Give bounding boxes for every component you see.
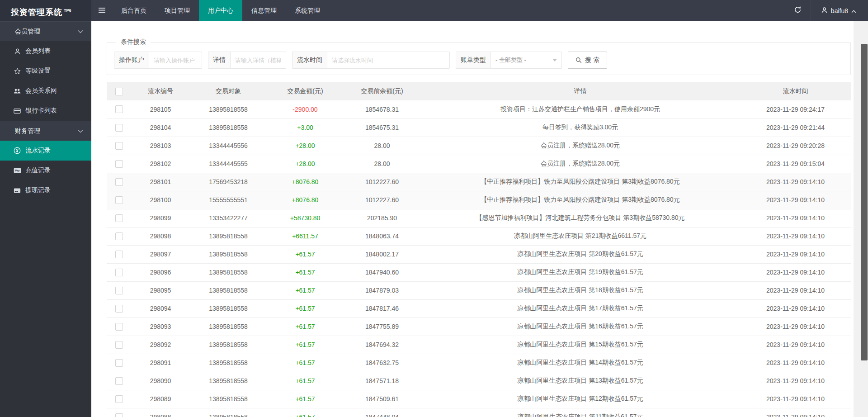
refresh-button[interactable] (785, 0, 811, 21)
cell-detail: 凉都山阿里生态农庄项目 第19期收益61.57元 (420, 263, 740, 281)
cell-time: 2023-11-29 09:14:10 (740, 336, 851, 354)
row-checkbox[interactable] (115, 196, 123, 204)
sidebar-item-withdraw-records[interactable]: 提现记录 (0, 180, 91, 200)
cell-detail: 【中正推荐福利项目】铁力至凤阳段公路建设项目 第3期收益8076.80元 (420, 191, 740, 209)
table-row: 298090 13895818558 +61.57 1847571.18 凉都山… (107, 372, 851, 390)
row-checkbox[interactable] (115, 359, 123, 367)
table-row: 298101 17569453218 +8076.80 1012227.60 【… (107, 173, 851, 191)
row-checkbox[interactable] (115, 323, 123, 331)
row-checkbox[interactable] (115, 124, 123, 132)
tab-system[interactable]: 系统管理 (286, 0, 329, 21)
cell-time: 2023-11-29 09:14:10 (740, 209, 851, 227)
sidebar-item-label: 等级设置 (25, 67, 51, 75)
main-nav-tabs: 后台首页 项目管理 用户中心 信息管理 系统管理 (112, 0, 329, 21)
cell-amount: +61.57 (267, 263, 344, 281)
cell-amount: +28.00 (267, 155, 344, 173)
row-checkbox[interactable] (115, 305, 123, 313)
row-checkbox[interactable] (115, 105, 123, 113)
cell-detail: 凉都山阿里生态农庄项目 第16期收益61.57元 (420, 317, 740, 336)
select-all-checkbox[interactable] (115, 88, 123, 95)
column-header-amount: 交易金额(元) (267, 82, 344, 100)
withdraw-card-icon (13, 188, 21, 194)
search-criteria-panel: 条件搜索 操作账户 详情 流水时间 账单类型 - 全部类型 - (107, 38, 851, 75)
column-header-counterparty: 交易对象 (190, 82, 267, 100)
cell-amount: +28.00 (267, 137, 344, 155)
cell-counterparty: 13895818558 (190, 299, 267, 317)
sidebar-item-flow-records[interactable]: 流水记录 (0, 141, 91, 161)
row-checkbox[interactable] (115, 160, 123, 168)
cell-balance: 1854678.31 (344, 100, 420, 118)
sidebar-item-level-settings[interactable]: 等级设置 (0, 61, 91, 81)
bill-type-select[interactable]: - 全部类型 - (491, 52, 562, 69)
sidebar-item-bank-card-list[interactable]: 银行卡列表 (0, 101, 91, 121)
sidebar-item-member-list[interactable]: 会员列表 (0, 41, 91, 61)
table-row: 298089 13895818558 +61.57 1847509.61 凉都山… (107, 390, 851, 408)
row-checkbox[interactable] (115, 142, 123, 150)
cell-serial: 298103 (131, 137, 190, 155)
cell-counterparty: 13895818558 (190, 372, 267, 390)
row-checkbox[interactable] (115, 287, 123, 294)
tab-projects[interactable]: 项目管理 (156, 0, 199, 21)
refresh-icon (794, 6, 802, 15)
row-checkbox[interactable] (115, 341, 123, 349)
tab-dashboard[interactable]: 后台首页 (112, 0, 156, 21)
tab-user-center[interactable]: 用户中心 (199, 0, 242, 21)
search-button-label: 搜 索 (585, 56, 599, 64)
row-checkbox[interactable] (115, 232, 123, 240)
user-menu[interactable]: baifu8 (811, 0, 868, 21)
cell-serial: 298088 (131, 408, 190, 417)
cell-amount: +6611.57 (267, 227, 344, 245)
account-input[interactable] (149, 52, 202, 69)
account-field-label: 操作账户 (114, 52, 149, 69)
time-field-label: 流水时间 (292, 52, 327, 69)
cell-counterparty: 13895818558 (190, 245, 267, 263)
row-checkbox[interactable] (115, 377, 123, 385)
sidebar-section-member-management[interactable]: 会员管理 (0, 21, 91, 41)
table-row: 298096 13895818558 +61.57 1847940.60 凉都山… (107, 263, 851, 281)
sidebar-section-finance-management[interactable]: 财务管理 (0, 121, 91, 141)
row-checkbox[interactable] (115, 214, 123, 222)
cell-detail: 凉都山阿里生态农庄项目 第20期收益61.57元 (420, 245, 740, 263)
cell-serial: 298101 (131, 173, 190, 191)
scrollbar-thumb[interactable] (861, 44, 868, 360)
table-row: 298103 13344445556 +28.00 28.00 会员注册，系统赠… (107, 137, 851, 155)
cell-balance: 28.00 (344, 155, 420, 173)
cell-time: 2023-11-29 09:14:10 (740, 191, 851, 209)
hamburger-menu-button[interactable] (91, 0, 112, 21)
cell-serial: 298097 (131, 245, 190, 263)
cell-serial: 298105 (131, 100, 190, 118)
cell-counterparty: 17569453218 (190, 173, 267, 191)
row-checkbox[interactable] (115, 251, 123, 258)
cell-time: 2023-11-29 09:24:17 (740, 100, 851, 118)
row-checkbox[interactable] (115, 269, 123, 276)
sidebar-item-member-network[interactable]: 会员关系网 (0, 81, 91, 101)
section-label: 会员管理 (15, 28, 40, 36)
column-header-time: 流水时间 (740, 82, 851, 100)
cell-detail: 凉都山阿里生态农庄项目 第18期收益61.57元 (420, 281, 740, 299)
sidebar-item-recharge-records[interactable]: Pay 充值记录 (0, 161, 91, 180)
tab-information[interactable]: 信息管理 (242, 0, 286, 21)
cell-detail: 凉都山阿里生态农庄项目 第12期收益61.57元 (420, 390, 740, 408)
cell-amount: +61.57 (267, 408, 344, 417)
cell-counterparty: 13895818558 (190, 227, 267, 245)
user-icon (821, 7, 828, 15)
detail-input[interactable] (230, 52, 286, 69)
row-checkbox[interactable] (115, 413, 123, 417)
cell-balance: 1847694.32 (344, 336, 420, 354)
vertical-scrollbar[interactable] (860, 21, 868, 417)
cell-detail: 凉都山阿里生态农庄项目 第15期收益61.57元 (420, 336, 740, 354)
search-icon (576, 57, 582, 63)
cell-counterparty: 13344445555 (190, 155, 267, 173)
row-checkbox[interactable] (115, 178, 123, 186)
cell-time: 2023-11-29 09:14:10 (740, 372, 851, 390)
user-icon (13, 48, 21, 55)
cell-amount: +61.57 (267, 354, 344, 372)
time-input[interactable] (327, 52, 450, 69)
sidebar-item-label: 流水记录 (25, 147, 51, 155)
search-button[interactable]: 搜 索 (568, 52, 607, 69)
cell-counterparty: 13895818558 (190, 263, 267, 281)
cell-time: 2023-11-29 09:15:04 (740, 155, 851, 173)
cell-amount: +58730.80 (267, 209, 344, 227)
row-checkbox[interactable] (115, 395, 123, 403)
cell-balance: 1854675.31 (344, 118, 420, 137)
